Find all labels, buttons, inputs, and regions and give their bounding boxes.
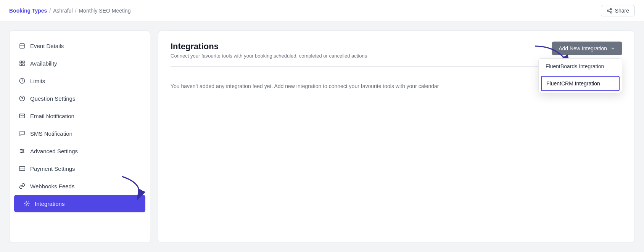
sidebar-label-payment-settings: Payment Settings [30,165,75,172]
sidebar: Event Details Availability Limits Questi… [9,30,150,243]
chevron-down-icon [610,46,615,51]
payment-icon [19,165,26,172]
dropdown-item-fluent-boards[interactable]: FluentBoards Integration [539,59,622,74]
question-icon [19,95,26,102]
calendar-icon [19,42,26,49]
breadcrumb-booking-types[interactable]: Booking Types [9,8,47,14]
svg-point-2 [610,11,612,13]
sidebar-label-event-details: Event Details [30,43,64,49]
svg-rect-5 [20,44,24,48]
grid-icon [19,60,26,67]
sidebar-label-integrations: Integrations [35,201,64,207]
sidebar-item-limits[interactable]: Limits [10,72,150,90]
sidebar-label-sms-notification: SMS Notification [30,130,72,137]
sidebar-item-availability[interactable]: Availability [10,55,150,72]
topbar: Booking Types / Ashraful / Monthly SEO M… [0,0,644,21]
svg-point-1 [607,10,609,11]
sliders-icon [19,148,26,154]
sidebar-item-payment-settings[interactable]: Payment Settings [10,160,150,177]
integration-icon [23,200,30,207]
breadcrumb: Booking Types / Ashraful / Monthly SEO M… [9,8,131,14]
dropdown-item-fluent-crm[interactable]: FluentCRM Integration [541,76,620,91]
integrations-subtitle: Connect your favourite tools with your b… [171,53,367,59]
svg-point-0 [610,8,612,10]
share-icon [607,8,613,14]
sidebar-item-webhooks-feeds[interactable]: Webhooks Feeds [10,177,150,195]
add-integration-label: Add New Integration [559,45,607,51]
integrations-header: Integrations Connect your favourite tool… [171,42,622,59]
sidebar-label-email-notification: Email Notification [30,113,74,119]
main-layout: Event Details Availability Limits Questi… [0,21,644,252]
sidebar-item-sms-notification[interactable]: SMS Notification [10,125,150,142]
sidebar-item-integrations[interactable]: Integrations [14,195,145,212]
svg-point-21 [21,152,22,153]
sidebar-label-webhooks-feeds: Webhooks Feeds [30,183,74,189]
sidebar-item-question-settings[interactable]: Question Settings [10,90,150,107]
integrations-title-block: Integrations Connect your favourite tool… [171,42,367,59]
sidebar-label-question-settings: Question Settings [30,95,75,102]
svg-rect-22 [19,167,25,171]
sidebar-label-limits: Limits [30,78,45,84]
integrations-title: Integrations [171,42,367,51]
link-icon [19,183,26,189]
sms-icon [19,130,26,137]
breadcrumb-page: Monthly SEO Meeting [79,8,130,14]
svg-line-3 [609,11,610,12]
svg-rect-12 [23,64,24,66]
sidebar-item-email-notification[interactable]: Email Notification [10,107,150,125]
breadcrumb-user[interactable]: Ashraful [53,8,72,14]
share-label: Share [615,8,629,14]
svg-point-20 [23,151,24,152]
share-button[interactable]: Share [601,5,635,16]
breadcrumb-sep2: / [75,8,77,14]
svg-rect-11 [20,64,22,66]
add-integration-button[interactable]: Add New Integration [552,42,622,55]
breadcrumb-sep1: / [49,8,51,14]
sidebar-label-availability: Availability [30,60,57,67]
svg-point-19 [21,149,22,150]
svg-rect-10 [23,61,24,63]
clock-icon [19,77,26,84]
sidebar-item-event-details[interactable]: Event Details [10,37,150,55]
svg-point-24 [26,203,27,204]
svg-rect-9 [20,61,22,63]
sidebar-item-advanced-settings[interactable]: Advanced Settings [10,142,150,160]
svg-line-4 [609,9,610,10]
sidebar-label-advanced-settings: Advanced Settings [30,148,78,154]
content-area: Integrations Connect your favourite tool… [158,30,635,243]
integration-dropdown: FluentBoards Integration FluentCRM Integ… [538,58,622,93]
email-icon [19,112,26,119]
